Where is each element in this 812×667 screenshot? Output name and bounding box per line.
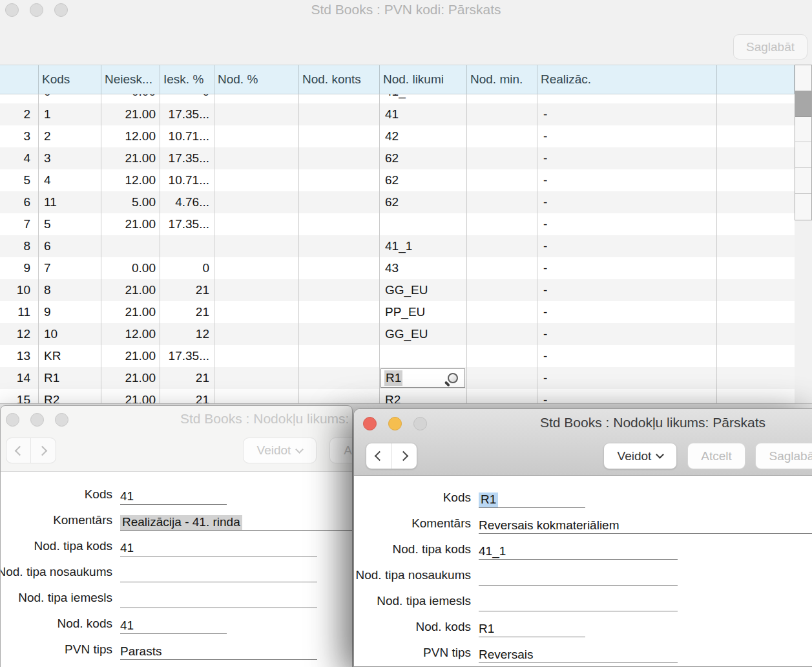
form-row-komentars: Komentārs Realizācija - 41. rinda <box>1 509 352 535</box>
table-row[interactable]: 12 10 12.00 12 GG_EU - <box>0 323 795 345</box>
table-row[interactable]: 2 1 21.00 17.35... 41 - <box>0 103 795 125</box>
cell-realizac: - <box>537 191 717 213</box>
back-button[interactable] <box>6 438 31 463</box>
table-row[interactable]: 4 3 21.00 17.35... 62 - <box>0 147 795 169</box>
cell-rownum: 7 <box>0 213 39 235</box>
minimize-button[interactable] <box>30 413 44 427</box>
cell-nodproc <box>214 235 299 257</box>
cancel-button[interactable]: Atcelt <box>329 438 353 463</box>
column-header-kods[interactable]: Kods <box>39 65 101 94</box>
cell-rownum: 2 <box>0 103 39 125</box>
chevron-left-icon <box>14 445 25 456</box>
nod-tipa-iemesls-label: Nod. tipa iemesls <box>18 591 112 605</box>
cell-realizac: - <box>537 301 717 323</box>
column-header-iesk[interactable]: Iesk. % <box>160 65 214 94</box>
alphabet-letter[interactable] <box>795 91 811 117</box>
kods-field[interactable]: R1 <box>479 491 585 508</box>
table-row[interactable]: 7 5 21.00 17.35... - <box>0 213 795 235</box>
column-header-realizac[interactable]: Realizāc. <box>537 65 717 94</box>
table-row[interactable]: 3 2 12.00 10.71... 42 - <box>0 125 795 147</box>
cell-neiesk: 21.00 <box>101 301 160 323</box>
cell-realizac: - <box>537 345 717 367</box>
table-row[interactable]: 6 11 5.00 4.76... 62 - <box>0 191 795 213</box>
alphabet-letter[interactable] <box>795 168 811 194</box>
cell-nodkonts <box>299 213 380 235</box>
create-button[interactable]: Veidot <box>603 443 677 469</box>
table-row[interactable]: 14 R1 21.00 21 R1 - <box>0 367 795 389</box>
table-row-partial[interactable]: 0 0.00 0 41_ <box>0 94 795 103</box>
komentars-field[interactable]: Reversais kokmateriāliem <box>479 516 812 534</box>
cell-rownum: 8 <box>0 235 39 257</box>
save-button[interactable]: Saglabāt <box>755 443 812 469</box>
cell-nodkonts <box>299 257 380 279</box>
nod-kods-label: Nod. kods <box>415 620 471 634</box>
cell-kods: 3 <box>39 147 101 169</box>
alphabet-letter[interactable] <box>795 194 811 220</box>
table-row[interactable]: 9 7 0.00 0 43 - <box>0 257 795 279</box>
komentars-label: Komentārs <box>411 516 471 531</box>
chevron-left-icon <box>375 451 385 461</box>
close-button[interactable] <box>363 417 377 430</box>
table-row[interactable]: 11 9 21.00 21 PP_EU - <box>0 301 795 323</box>
pvn-tips-field[interactable]: Parasts <box>120 642 317 660</box>
cell-neiesk: 12.00 <box>101 323 160 345</box>
column-header-nodproc[interactable]: Nod. % <box>214 65 299 94</box>
close-button[interactable] <box>6 413 19 427</box>
nod-tipa-iemesls-field[interactable] <box>479 594 678 611</box>
cell-blank <box>717 301 795 323</box>
likumi-edit-field[interactable]: R1 <box>380 368 465 388</box>
cell-iesk: 12 <box>160 323 214 345</box>
komentars-field[interactable]: Realizācija - 41. rinda <box>120 513 353 531</box>
cell-rownum: 6 <box>0 191 39 213</box>
table-row[interactable]: 13 KR 21.00 17.35... - <box>0 345 795 367</box>
cell-nodproc <box>214 301 299 323</box>
nod-tipa-nosaukums-field[interactable] <box>120 565 317 582</box>
search-icon[interactable] <box>448 373 458 383</box>
pvn-tips-label: PVN tips <box>65 642 112 657</box>
column-header-nodmin[interactable]: Nod. min. <box>467 65 537 94</box>
minimize-button[interactable] <box>388 417 402 430</box>
table-row[interactable]: 5 4 12.00 10.71... 62 - <box>0 169 795 191</box>
table-row[interactable]: 10 8 21.00 21 GG_EU - <box>0 279 795 301</box>
column-header-likumi[interactable]: Nod. likumi <box>380 65 467 94</box>
nod-tipa-nosaukums-field[interactable] <box>479 568 678 586</box>
cell-kods: 2 <box>39 125 101 147</box>
cell-blank <box>717 125 795 147</box>
nod-tipa-iemesls-field[interactable] <box>120 591 317 608</box>
nod-kods-field[interactable]: 41 <box>120 617 227 634</box>
forward-button[interactable] <box>391 443 417 469</box>
cancel-button[interactable]: Atcelt <box>687 443 745 469</box>
cell-blank <box>717 191 795 213</box>
pvn-tips-field[interactable]: Reversais <box>479 646 678 663</box>
cell-nodproc <box>214 147 299 169</box>
column-header-rownum[interactable] <box>0 65 39 94</box>
cell-neiesk: 21.00 <box>101 103 160 125</box>
nod-tipa-kods-field[interactable]: 41 <box>120 539 317 556</box>
nod-tipa-kods-field[interactable]: 41_1 <box>479 542 678 560</box>
cell-nodproc <box>214 169 299 191</box>
nod-kods-field[interactable]: R1 <box>479 620 585 637</box>
alphabet-letter[interactable] <box>795 142 811 168</box>
komentars-label: Komentārs <box>53 513 112 527</box>
cell-iesk: 17.35... <box>160 147 214 169</box>
table-row[interactable]: 8 6 41_1 - <box>0 235 795 257</box>
cell-kods: KR <box>39 345 101 367</box>
alphabet-letter[interactable] <box>795 65 811 91</box>
titlebar[interactable]: Std Books : PVN kodi: Pārskats <box>0 0 812 21</box>
column-header-neiesk[interactable]: Neiesk... <box>101 65 160 94</box>
column-header-nodkonts[interactable]: Nod. konts <box>299 65 380 94</box>
cell-likumi: 62 <box>380 191 467 213</box>
back-button[interactable] <box>366 443 391 469</box>
cell-neiesk: 0.00 <box>101 257 160 279</box>
kods-field[interactable]: 41 <box>120 487 227 505</box>
zoom-button[interactable] <box>55 413 68 427</box>
cell-rownum: 9 <box>0 257 39 279</box>
cell-realizac: - <box>537 235 717 257</box>
titlebar[interactable]: Std Books : Nodokļu likums: Pārskats Vei… <box>354 409 812 476</box>
alphabet-letter[interactable] <box>795 117 811 143</box>
zoom-button[interactable] <box>413 417 427 430</box>
forward-button[interactable] <box>31 438 56 463</box>
window-title: Std Books : PVN kodi: Pārskats <box>0 2 812 17</box>
create-button[interactable]: Veidot <box>243 438 317 463</box>
save-button[interactable]: Saglabāt <box>733 34 807 59</box>
